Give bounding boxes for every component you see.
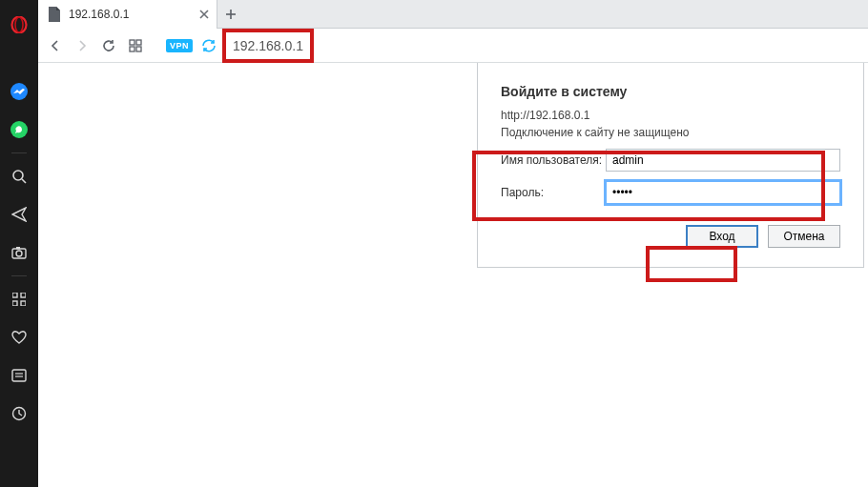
bookmarks-button[interactable] (0, 318, 38, 356)
start-page-button[interactable] (126, 36, 145, 55)
svg-rect-8 (16, 247, 20, 250)
auth-dialog: Войдите в систему http://192.168.0.1 Под… (477, 63, 864, 268)
new-tab-button[interactable] (217, 0, 244, 29)
svg-rect-9 (12, 293, 17, 297)
messenger-icon (10, 82, 29, 101)
svg-point-0 (12, 17, 27, 33)
whatsapp-button[interactable] (0, 111, 38, 149)
opera-logo-icon (10, 16, 28, 33)
tab-strip: 192.168.0.1 (38, 0, 868, 29)
dialog-origin: http://192.168.0.1 (501, 109, 840, 122)
history-button[interactable] (0, 395, 38, 433)
opera-menu-button[interactable] (0, 6, 38, 44)
whatsapp-icon (10, 120, 29, 139)
tab-title: 192.168.0.1 (69, 8, 190, 21)
speeddial-button[interactable] (0, 280, 38, 318)
plus-icon (225, 9, 237, 20)
annotation-highlight (646, 246, 737, 282)
password-input[interactable] (606, 181, 840, 204)
page-icon (48, 7, 61, 22)
flow-button[interactable] (0, 195, 38, 233)
svg-rect-10 (21, 293, 26, 297)
camera-icon (11, 246, 27, 259)
forward-button[interactable] (72, 36, 92, 55)
grid-small-icon (129, 39, 142, 52)
svg-rect-12 (21, 301, 26, 306)
dialog-insecure-warning: Подключение к сайту не защищено (501, 126, 840, 139)
svg-rect-23 (130, 47, 134, 51)
vpn-badge[interactable]: VPN (166, 39, 193, 52)
url-input[interactable] (225, 34, 511, 57)
username-label: Имя пользователя: (501, 153, 606, 167)
svg-rect-13 (12, 370, 26, 381)
cancel-button[interactable]: Отмена (768, 225, 840, 248)
sync-icon[interactable] (200, 37, 217, 54)
grid-icon (12, 293, 26, 306)
chevron-right-icon (75, 39, 89, 52)
svg-rect-11 (12, 301, 17, 306)
svg-rect-24 (136, 47, 141, 51)
news-button[interactable] (0, 356, 38, 395)
svg-rect-21 (130, 40, 134, 45)
heart-icon (11, 330, 27, 345)
password-label: Пароль: (501, 186, 606, 199)
clock-icon (11, 406, 27, 421)
search-button[interactable] (0, 157, 38, 195)
chevron-left-icon (49, 39, 62, 52)
messenger-button[interactable] (0, 72, 38, 111)
reload-icon (101, 38, 116, 53)
svg-point-4 (13, 171, 23, 180)
page-viewport: Войдите в систему http://192.168.0.1 Под… (38, 63, 868, 487)
back-button[interactable] (46, 36, 65, 55)
svg-point-1 (15, 17, 23, 32)
close-tab-icon[interactable] (197, 8, 211, 21)
opera-sidebar (0, 0, 38, 487)
news-icon (11, 369, 27, 382)
reload-button[interactable] (99, 36, 118, 55)
svg-rect-22 (136, 40, 141, 45)
search-icon (11, 169, 27, 184)
login-button[interactable]: Вход (686, 225, 758, 248)
snapshot-button[interactable] (0, 233, 38, 272)
browser-tab[interactable]: 192.168.0.1 (38, 0, 217, 29)
address-bar: VPN (38, 29, 868, 63)
username-input[interactable] (606, 149, 840, 172)
svg-point-7 (16, 251, 22, 256)
svg-line-5 (22, 179, 26, 183)
send-icon (11, 207, 27, 222)
dialog-heading: Войдите в систему (501, 84, 840, 99)
